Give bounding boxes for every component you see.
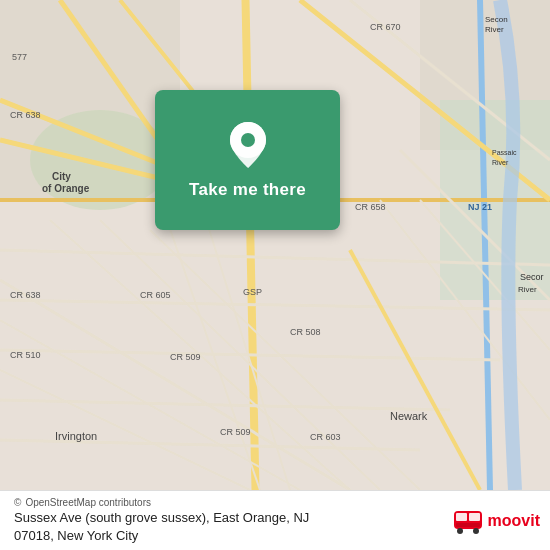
svg-rect-57 xyxy=(469,513,480,521)
svg-text:CR 509: CR 509 xyxy=(220,427,251,437)
address-row: Sussex Ave (south grove sussex), East Or… xyxy=(14,508,452,544)
svg-text:CR 510: CR 510 xyxy=(10,350,41,360)
svg-text:CR 638: CR 638 xyxy=(10,290,41,300)
svg-text:CR 658: CR 658 xyxy=(355,202,386,212)
moovit-text: moovit xyxy=(488,512,540,530)
svg-text:NJ 21: NJ 21 xyxy=(468,202,492,212)
copyright-icon: © xyxy=(14,497,21,508)
address-line1: Sussex Ave (south grove sussex), East Or… xyxy=(14,510,309,525)
bottom-content: © OpenStreetMap contributors Sussex Ave … xyxy=(10,497,452,544)
take-me-there-label: Take me there xyxy=(189,180,306,200)
svg-point-54 xyxy=(241,133,255,147)
moovit-bus-icon xyxy=(452,505,484,537)
svg-rect-56 xyxy=(456,513,467,521)
svg-text:River: River xyxy=(518,285,537,294)
location-pin-icon xyxy=(226,120,270,170)
attribution-row: © OpenStreetMap contributors xyxy=(14,497,452,508)
svg-text:of Orange: of Orange xyxy=(42,183,90,194)
svg-text:CR 509: CR 509 xyxy=(170,352,201,362)
address-line2: 07018, New York City xyxy=(14,528,138,543)
svg-text:CR 605: CR 605 xyxy=(140,290,171,300)
svg-text:Secon: Secon xyxy=(485,15,508,24)
svg-point-58 xyxy=(457,528,463,534)
bottom-bar: © OpenStreetMap contributors Sussex Ave … xyxy=(0,490,550,550)
svg-text:Secor: Secor xyxy=(520,272,544,282)
svg-text:Newark: Newark xyxy=(390,410,428,422)
svg-text:City: City xyxy=(52,171,71,182)
svg-text:CR 603: CR 603 xyxy=(310,432,341,442)
take-me-there-button[interactable]: Take me there xyxy=(155,90,340,230)
svg-text:CR 508: CR 508 xyxy=(290,327,321,337)
svg-text:577: 577 xyxy=(12,52,27,62)
svg-text:Irvington: Irvington xyxy=(55,430,97,442)
map-background: 577 CR 638 CR 670 CR 638 CR 510 CR 605 C… xyxy=(0,0,550,490)
attribution-text: OpenStreetMap contributors xyxy=(25,497,451,508)
svg-text:CR 638: CR 638 xyxy=(10,110,41,120)
svg-text:Passaic: Passaic xyxy=(492,149,517,156)
svg-rect-60 xyxy=(456,523,480,527)
moovit-logo: moovit xyxy=(452,505,540,537)
address-text: Sussex Ave (south grove sussex), East Or… xyxy=(14,510,309,543)
svg-text:GSP: GSP xyxy=(243,287,262,297)
svg-text:River: River xyxy=(492,159,509,166)
map-container: 577 CR 638 CR 670 CR 638 CR 510 CR 605 C… xyxy=(0,0,550,490)
svg-point-59 xyxy=(473,528,479,534)
svg-text:CR 670: CR 670 xyxy=(370,22,401,32)
svg-text:River: River xyxy=(485,25,504,34)
